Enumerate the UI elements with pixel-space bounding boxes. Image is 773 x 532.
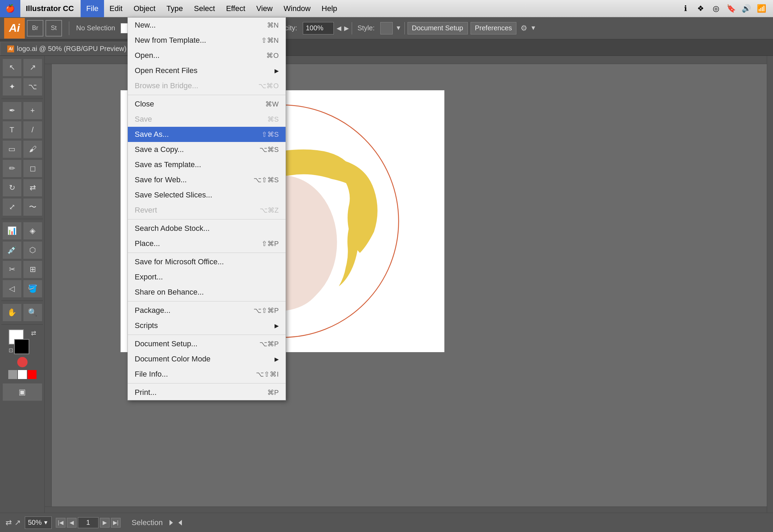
menu-save-template[interactable]: Save as Template... (128, 157, 286, 172)
effect-menu-item[interactable]: Effect (220, 0, 251, 17)
menu-save[interactable]: Save ⌘S (128, 112, 286, 127)
magic-wand-tool[interactable]: ✦ (2, 78, 22, 96)
menu-new[interactable]: New... ⌘N (128, 18, 286, 33)
mirror-tool[interactable]: ⇄ (23, 179, 42, 197)
white-sq[interactable] (18, 370, 27, 379)
menu-new-template[interactable]: New from Template... ⇧⌘N (128, 33, 286, 48)
direct-selection-tool[interactable]: ↗ (23, 59, 42, 76)
menu-file-info[interactable]: File Info... ⌥⇧⌘I (128, 367, 286, 382)
audio-icon[interactable]: 🔊 (741, 4, 751, 13)
menu-recent-files[interactable]: Open Recent Files (128, 63, 286, 78)
select-menu-item[interactable]: Select (188, 0, 220, 17)
symbol-tool[interactable]: ◈ (23, 222, 42, 240)
zoom-arrow[interactable]: ▼ (43, 520, 49, 526)
toolbar-dropdown-arrow[interactable]: ▼ (530, 24, 536, 32)
warp-tool[interactable]: 〜 (23, 198, 42, 216)
gray-sq[interactable] (8, 370, 17, 379)
opacity-input[interactable]: 100% (303, 22, 334, 34)
file-menu-item[interactable]: File (81, 0, 104, 17)
prev-page-btn[interactable]: ◀ (67, 518, 76, 528)
first-page-btn[interactable]: |◀ (56, 518, 65, 528)
menu-package[interactable]: Package... ⌥⇧⌘P (128, 303, 286, 318)
style-swatch[interactable] (380, 22, 393, 34)
scale-tool[interactable]: ⤢ (2, 198, 22, 216)
menu-doc-setup[interactable]: Document Setup... ⌥⌘P (128, 336, 286, 351)
menu-color-mode[interactable]: Document Color Mode (128, 351, 286, 367)
menu-close[interactable]: Close ⌘W (128, 96, 286, 112)
menu-print[interactable]: Print... ⌘P (128, 385, 286, 400)
zoom-tool[interactable]: 🔍 (23, 304, 42, 321)
red-circle[interactable] (17, 357, 28, 367)
gradient-tool[interactable]: ◁ (2, 280, 22, 298)
file-dropdown-menu[interactable]: New... ⌘N New from Template... ⇧⌘N Open.… (127, 17, 286, 400)
pencil-tool[interactable]: ✏ (2, 160, 22, 177)
menu-save-as[interactable]: Save As... ⇧⌘S (128, 127, 286, 142)
horizontal-scrollbar[interactable] (45, 507, 767, 513)
type-menu-item[interactable]: Type (161, 0, 188, 17)
opacity-arrow-left[interactable]: ◀ (337, 24, 341, 32)
page-number[interactable]: 1 (78, 517, 99, 528)
window-menu-item[interactable]: Window (278, 0, 316, 17)
menu-open[interactable]: Open... ⌘O (128, 48, 286, 63)
dropbox-icon[interactable]: ❖ (696, 4, 705, 13)
zoom-input[interactable]: 50% ▼ (25, 516, 52, 529)
menu-adobe-stock[interactable]: Search Adobe Stock... (128, 221, 286, 236)
menu-save-web[interactable]: Save for Web... ⌥⇧⌘S (128, 172, 286, 187)
document-tab[interactable]: Ai logo.ai @ 50% (RGB/GPU Preview) ✕ (0, 42, 144, 55)
menu-save-slices[interactable]: Save Selected Slices... (128, 187, 286, 203)
lasso-tool[interactable]: ⌥ (23, 78, 42, 96)
pen-tool[interactable]: ✒ (2, 102, 22, 120)
slice-tool[interactable]: ✂ (2, 260, 22, 278)
menu-export[interactable]: Export... (128, 269, 286, 285)
status-arrow-right[interactable] (169, 520, 173, 525)
menu-behance[interactable]: Share on Behance... (128, 285, 286, 300)
menu-place[interactable]: Place... ⇧⌘P (128, 236, 286, 251)
status-arrow-left[interactable] (178, 520, 182, 525)
toolbar-extra-icon[interactable]: ⚙ (521, 24, 527, 33)
next-page-btn[interactable]: ▶ (100, 518, 110, 528)
last-page-btn[interactable]: ▶| (111, 518, 121, 528)
object-menu-item[interactable]: Object (128, 0, 161, 17)
style-arrow[interactable]: ▼ (395, 24, 402, 32)
help-menu-item[interactable]: Help (316, 0, 343, 17)
blend-tool[interactable]: ⬡ (23, 241, 42, 259)
apple-menu[interactable]: 🍎 (0, 0, 20, 17)
background-color[interactable] (14, 339, 29, 354)
app-name-menu[interactable]: Illustrator CC (20, 0, 79, 17)
menu-ms-office[interactable]: Save for Microsoft Office... (128, 254, 286, 269)
browser-icon[interactable]: ◎ (711, 4, 721, 13)
artboard-tool[interactable]: ▣ (2, 383, 42, 401)
menu-scripts[interactable]: Scripts (128, 318, 286, 333)
wifi-icon[interactable]: 📶 (756, 4, 766, 13)
artboard-btn[interactable]: ▣ (2, 383, 42, 401)
type-tool[interactable]: T (2, 121, 22, 139)
selection-tool[interactable]: ↖ (2, 59, 22, 76)
bookmark-icon[interactable]: 🔖 (726, 4, 736, 13)
line-tool[interactable]: / (23, 121, 42, 139)
hand-tool[interactable]: ✋ (2, 304, 22, 321)
vertical-scrollbar[interactable] (767, 56, 773, 513)
default-colors-icon[interactable]: ⊡ (9, 347, 13, 354)
rotate-tool[interactable]: ↻ (2, 179, 22, 197)
preferences-button[interactable]: Preferences (471, 22, 517, 34)
rect-tool[interactable]: ▭ (2, 140, 22, 158)
eraser-tool[interactable]: ◻ (23, 160, 42, 177)
edit-menu-item[interactable]: Edit (104, 0, 128, 17)
status-icon-1[interactable]: ⇄ (6, 518, 12, 527)
eyedropper-tool[interactable]: 💉 (2, 241, 22, 259)
menu-bridge[interactable]: Browse in Bridge... ⌥⌘O (128, 78, 286, 93)
opacity-arrow-right[interactable]: ▶ (344, 24, 349, 32)
menu-revert[interactable]: Revert ⌥⌘Z (128, 203, 286, 218)
status-icon-2[interactable]: ↗ (14, 518, 21, 527)
graph-tool[interactable]: 📊 (2, 222, 22, 240)
menu-save-copy[interactable]: Save a Copy... ⌥⌘S (128, 142, 286, 157)
view-menu-item[interactable]: View (251, 0, 278, 17)
mesh-tool[interactable]: ⊞ (23, 260, 42, 278)
add-anchor-tool[interactable]: + (23, 102, 42, 120)
paint-tool[interactable]: 🖌 (23, 140, 42, 158)
info-icon[interactable]: ℹ (681, 4, 690, 13)
red-sq[interactable] (28, 370, 37, 379)
document-setup-button[interactable]: Document Setup (408, 22, 468, 34)
color-swap-icon[interactable]: ⇄ (31, 329, 36, 337)
paint-bucket-tool[interactable]: 🪣 (23, 280, 42, 298)
